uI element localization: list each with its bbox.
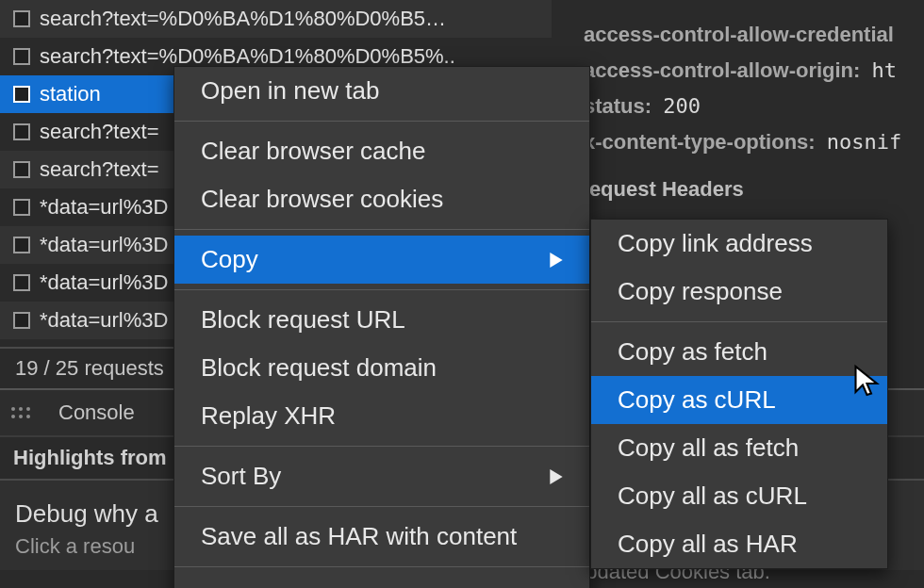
header-key: access-control-allow-credential [584, 23, 894, 46]
drag-handle-icon[interactable] [0, 407, 41, 418]
menu-separator [174, 229, 589, 230]
checkbox-icon[interactable] [13, 86, 30, 103]
menu-item-sort-by[interactable]: Sort By [174, 452, 589, 500]
checkbox-icon[interactable] [13, 123, 30, 140]
header-row: access-control-allow-origin: ht [552, 53, 924, 89]
menu-item-open-new-tab[interactable]: Open in new tab [174, 67, 589, 115]
checkbox-icon[interactable] [13, 312, 30, 329]
request-label: *data=url%3D [40, 308, 168, 333]
devtools-window: search?text=%D0%BA%D1%80%D0%B5… search?t… [0, 0, 924, 588]
submenu-item-copy-fetch[interactable]: Copy as fetch [591, 328, 887, 376]
submenu-item-copy-curl[interactable]: Copy as cURL [591, 376, 887, 424]
section-request-headers[interactable]: Request Headers [552, 160, 924, 209]
checkbox-icon[interactable] [13, 274, 30, 291]
submenu-arrow-icon [550, 469, 563, 484]
submenu-item-copy-all-fetch[interactable]: Copy all as fetch [591, 424, 887, 472]
menu-item-block-url[interactable]: Block request URL [174, 296, 589, 344]
highlights-label: Highlights from [13, 446, 167, 470]
menu-separator [174, 566, 589, 567]
tab-console[interactable]: Console [41, 400, 152, 425]
menu-item-block-domain[interactable]: Block request domain [174, 344, 589, 392]
submenu-item-copy-all-curl[interactable]: Copy all as cURL [591, 472, 887, 520]
menu-item-copy[interactable]: Copy [174, 236, 589, 284]
menu-item-copy-ru[interactable]: Копировать [174, 573, 589, 588]
menu-item-clear-cache[interactable]: Clear browser cache [174, 127, 589, 175]
request-label: search?text= [40, 120, 159, 144]
header-key: access-control-allow-origin: [584, 58, 860, 82]
request-label: station [40, 82, 101, 106]
checkbox-icon[interactable] [13, 10, 30, 27]
header-row: status: 200 [552, 89, 924, 124]
headers-panel: access-control-allow-credential access-c… [552, 0, 924, 209]
context-menu: Open in new tab Clear browser cache Clea… [173, 66, 590, 588]
request-summary-text: 19 / 25 requests [15, 356, 164, 381]
header-value: ht [872, 58, 898, 82]
request-label: *data=url%3D [40, 270, 168, 295]
checkbox-icon[interactable] [13, 199, 30, 216]
request-row[interactable]: search?text=%D0%BA%D1%80%D0%B5… [0, 0, 552, 38]
request-label: *data=url%3D [40, 233, 168, 257]
request-label: search?text=%D0%BA%D1%80%D0%B5… [40, 7, 446, 31]
submenu-item-copy-link[interactable]: Copy link address [591, 220, 887, 268]
menu-separator [174, 289, 589, 290]
menu-item-replay-xhr[interactable]: Replay XHR [174, 392, 589, 440]
header-row: x-content-type-options: nosnif [552, 124, 924, 160]
svg-marker-0 [550, 253, 562, 268]
menu-separator [174, 121, 589, 122]
menu-item-clear-cookies[interactable]: Clear browser cookies [174, 175, 589, 223]
header-value: nosnif [827, 130, 901, 154]
menu-separator [174, 506, 589, 507]
header-key: status: [584, 94, 652, 118]
submenu-item-copy-all-har[interactable]: Copy all as HAR [591, 520, 887, 568]
checkbox-icon[interactable] [13, 48, 30, 65]
menu-item-save-har[interactable]: Save all as HAR with content [174, 513, 589, 561]
svg-marker-1 [550, 469, 562, 484]
header-value: 200 [663, 94, 701, 118]
header-key: x-content-type-options: [584, 130, 816, 154]
context-submenu-copy: Copy link address Copy response Copy as … [590, 219, 888, 569]
checkbox-icon[interactable] [13, 237, 30, 253]
menu-separator [591, 321, 887, 322]
submenu-item-copy-response[interactable]: Copy response [591, 268, 887, 316]
request-label: *data=url%3D [40, 195, 168, 220]
request-label: search?text= [40, 157, 159, 182]
submenu-arrow-icon [550, 253, 563, 268]
checkbox-icon[interactable] [13, 161, 30, 178]
header-row: access-control-allow-credential [552, 17, 924, 53]
mouse-cursor-icon [851, 364, 885, 398]
menu-separator [174, 446, 589, 447]
